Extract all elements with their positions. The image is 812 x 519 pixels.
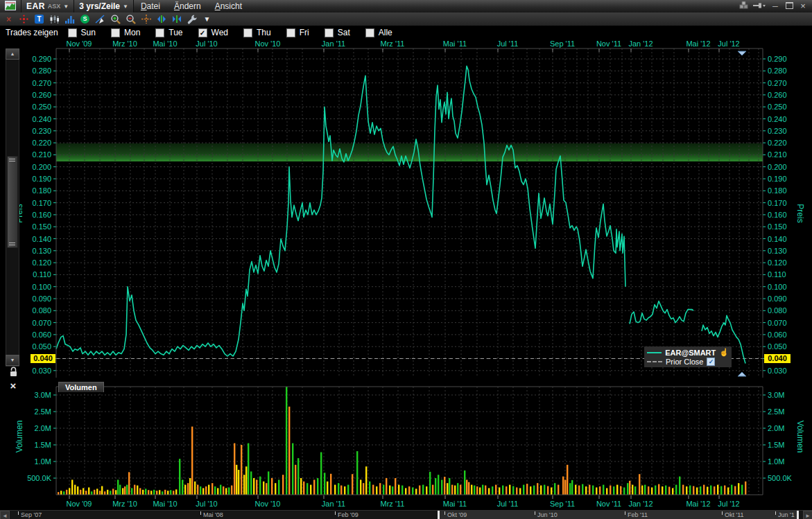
minimap-tick	[625, 511, 625, 515]
more-tools-icon[interactable]: ▼	[201, 14, 213, 25]
menu-ansicht[interactable]: Ansicht	[208, 0, 249, 12]
menu-ndern[interactable]: Ändern	[167, 0, 208, 12]
zoom-in-icon[interactable]	[110, 14, 121, 25]
scroll-up-button[interactable]: ▲	[6, 49, 19, 60]
price-axis-label: 0.150	[768, 222, 795, 231]
time-range-scrollbar[interactable]: Sep '07Mai '08Feb '09Okt '09Jun '10Feb '…	[0, 510, 812, 519]
day-filter-thu[interactable]: Thu	[243, 28, 271, 37]
toolbar: ×TS▼	[0, 12, 812, 26]
range-end-handle[interactable]	[797, 511, 799, 519]
trendline-tool-icon[interactable]	[94, 14, 106, 25]
price-axis-label: 0.210	[24, 150, 51, 159]
settings-wrench-icon[interactable]	[186, 14, 198, 25]
symbol-dropdown[interactable]: EAR ASX ▼	[21, 0, 74, 12]
price-axis-label: 0.140	[24, 235, 51, 243]
month-label-top: Mai '11	[435, 39, 474, 48]
price-axis-label: 0.260	[768, 91, 795, 99]
checkbox-alle[interactable]	[365, 28, 374, 37]
minimap-date-label: Feb '11	[628, 511, 648, 518]
trades-filter-row: Trades zeigen SunMonTue✓WedThuFriSatAlle	[0, 26, 812, 39]
price-axis-label: 0.070	[768, 319, 795, 327]
day-filter-tue[interactable]: Tue	[155, 28, 182, 37]
day-label: Sat	[338, 28, 350, 37]
price-axis-label: 0.180	[24, 186, 51, 195]
month-label-bottom: Nov '09	[60, 500, 98, 508]
scroll-left-button[interactable]: ◄	[0, 511, 10, 519]
volume-axis-label: 2.5M	[768, 407, 795, 416]
price-axis-label: 0.200	[24, 163, 51, 171]
checkbox-sat[interactable]	[325, 28, 334, 37]
minimap-date-label: Feb '09	[338, 511, 359, 518]
checkbox-fri[interactable]	[286, 28, 295, 37]
target-icon[interactable]	[18, 14, 30, 25]
day-filter-sat[interactable]: Sat	[325, 28, 350, 37]
zoom-out-icon[interactable]	[125, 14, 137, 25]
price-axis-label: 0.080	[768, 306, 795, 315]
price-axis-label: 0.110	[768, 270, 795, 279]
volume-pane-tab[interactable]: Volumen	[58, 382, 104, 392]
month-label-top: Nov '10	[248, 39, 287, 48]
day-label: Mon	[124, 28, 140, 37]
price-axis-label: 0.030	[768, 367, 795, 375]
price-axis-label: 0.270	[24, 79, 51, 87]
text-tool-icon[interactable]: T	[33, 14, 45, 25]
minimap-date-label: Okt '11	[725, 511, 744, 518]
price-axis-label: 0.290	[24, 55, 51, 63]
scroll-down-button[interactable]: ▼	[6, 355, 19, 366]
timeframe-dropdown[interactable]: 3 yrs/Zeile ▼	[74, 0, 134, 12]
price-axis-label: 0.050	[768, 342, 795, 351]
delete-icon[interactable]: ×	[3, 14, 15, 25]
maximize-button[interactable]	[784, 1, 794, 11]
day-filter-mon[interactable]: Mon	[111, 28, 140, 37]
price-axis-label: 0.140	[768, 235, 795, 243]
checkbox-thu[interactable]	[243, 28, 252, 37]
day-filter-alle[interactable]: Alle	[365, 28, 392, 37]
price-axis-label: 0.090	[768, 294, 795, 303]
day-filter-sun[interactable]: Sun	[68, 28, 96, 37]
smart-route-icon[interactable]: S	[79, 14, 91, 25]
volume-axis-label: 2.0M	[768, 424, 795, 432]
price-axis-label: 0.280	[768, 67, 795, 75]
pin-icon[interactable]	[753, 1, 766, 11]
prior-close-line-sample	[647, 361, 662, 362]
minimap-date-label: Sep '07	[21, 511, 42, 518]
price-axis-label: 0.240	[24, 115, 51, 123]
day-label: Sun	[81, 28, 96, 37]
expand-bars-icon[interactable]	[155, 14, 167, 25]
candlestick-chart-icon[interactable]	[49, 14, 60, 25]
month-label-top: Mrz '11	[373, 39, 412, 48]
volume-axis-label: 3.0M	[24, 391, 51, 399]
range-start-handle[interactable]	[438, 511, 440, 519]
price-axis-label: 0.130	[768, 247, 795, 255]
checkbox-mon[interactable]	[111, 28, 120, 37]
minimap-tick	[335, 511, 336, 515]
month-label-top: Jul '10	[187, 39, 226, 48]
price-axis-label: 0.180	[768, 186, 795, 195]
crosshair-icon[interactable]	[140, 14, 152, 25]
prior-close-checkbox[interactable]: ✓	[707, 358, 715, 366]
price-axis-label: 0.170	[768, 199, 795, 207]
checkbox-sun[interactable]	[68, 28, 77, 37]
month-label-bottom: Mai '11	[435, 500, 474, 508]
price-scrollbar-thumb[interactable]	[7, 156, 18, 248]
checkbox-tue[interactable]	[155, 28, 164, 37]
volume-axis-label: 1.5M	[24, 441, 51, 449]
volume-axis-label: 500.0K	[768, 474, 795, 482]
close-volume-pane-icon[interactable]: ×	[8, 381, 19, 391]
close-button[interactable]: ×	[798, 1, 808, 11]
day-filter-wed[interactable]: ✓Wed	[198, 28, 228, 37]
menu-datei[interactable]: Datei	[134, 0, 167, 12]
bar-chart-icon[interactable]	[64, 14, 76, 25]
scroll-right-button[interactable]: ►	[803, 511, 812, 519]
chevron-down-icon: ▼	[63, 3, 69, 10]
minimize-button[interactable]: ─	[770, 1, 780, 11]
price-axis-label: 0.160	[24, 211, 51, 219]
volume-axis-title-right: Volumen	[795, 421, 805, 453]
unlock-icon[interactable]	[8, 367, 19, 380]
month-label-bottom: Mrz '11	[373, 500, 412, 508]
compress-bars-icon[interactable]	[171, 14, 182, 25]
day-filter-fri[interactable]: Fri	[286, 28, 309, 37]
linked-windows-icon[interactable]	[739, 1, 749, 12]
price-axis-label: 0.210	[768, 150, 795, 159]
checkbox-wed[interactable]: ✓	[198, 28, 207, 37]
